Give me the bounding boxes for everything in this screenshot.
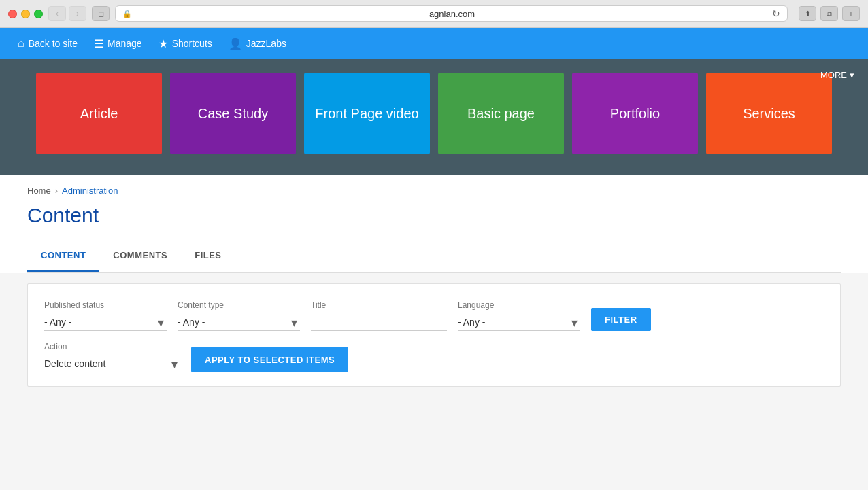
apply-button[interactable]: APPLY TO SELECTED ITEMS — [191, 347, 348, 372]
action-field: Action Delete content Publish Unpublish … — [44, 342, 180, 372]
menu-icon: ☰ — [94, 37, 103, 50]
more-button[interactable]: MORE ▾ — [820, 70, 854, 80]
share-button[interactable]: ⬆ — [799, 6, 816, 21]
manage-item[interactable]: ☰ Manage — [87, 33, 149, 54]
address-bar[interactable]: 🔒 agnian.com ↻ — [115, 5, 788, 22]
new-tab-button[interactable]: + — [842, 6, 860, 21]
more-label: MORE — [820, 70, 847, 80]
language-field: Language - Any - English French ▾ — [458, 300, 580, 331]
tab-comments[interactable]: COMMENTS — [99, 241, 181, 272]
user-label: JazzLabs — [246, 38, 286, 49]
url-text: agnian.com — [136, 9, 768, 19]
content-type-article[interactable]: Article — [36, 73, 162, 154]
action-label: Action — [44, 342, 180, 351]
tabs: CONTENT COMMENTS FILES — [27, 241, 841, 273]
user-icon: 👤 — [229, 37, 242, 50]
user-item[interactable]: 👤 JazzLabs — [222, 33, 293, 54]
filter-row-1: Published status - Any - Published Unpub… — [44, 300, 824, 331]
close-button[interactable] — [8, 10, 17, 18]
manage-label: Manage — [107, 38, 142, 49]
breadcrumb-section: Home › Administration Content — [0, 175, 868, 241]
published-status-field: Published status - Any - Published Unpub… — [44, 300, 167, 331]
hero-section: MORE ▾ ArticleCase StudyFront Page video… — [0, 59, 868, 175]
star-icon: ★ — [158, 37, 168, 50]
published-status-label: Published status — [44, 300, 167, 310]
content-type-services[interactable]: Services — [706, 73, 832, 154]
window-mode-button[interactable]: ◻ — [92, 6, 110, 21]
content-type-select[interactable]: - Any - Article Case Study Front Page vi… — [178, 314, 300, 331]
tab-content[interactable]: CONTENT — [27, 241, 99, 272]
shortcuts-item[interactable]: ★ Shortcuts — [152, 33, 219, 54]
language-wrap: - Any - English French ▾ — [458, 314, 580, 331]
content-type-wrap: - Any - Article Case Study Front Page vi… — [178, 314, 300, 331]
content-type-basic-page[interactable]: Basic page — [438, 73, 564, 154]
action-row: Action Delete content Publish Unpublish … — [44, 342, 824, 372]
home-icon: ⌂ — [18, 37, 24, 50]
browser-actions: ⬆ ⧉ + — [799, 6, 860, 21]
lock-icon: 🔒 — [122, 10, 132, 18]
page-title: Content — [27, 196, 841, 241]
browser-chrome: ‹ › ◻ 🔒 agnian.com ↻ ⬆ ⧉ + — [0, 0, 868, 28]
title-input[interactable] — [311, 314, 447, 331]
minimize-button[interactable] — [21, 10, 30, 18]
maximize-button[interactable] — [34, 10, 43, 18]
published-status-wrap: - Any - Published Unpublished ▾ — [44, 314, 167, 331]
chevron-down-icon: ▾ — [850, 70, 854, 80]
tab-files[interactable]: FILES — [181, 241, 235, 272]
action-select[interactable]: Delete content Publish Unpublish — [44, 355, 167, 372]
content-type-case-study[interactable]: Case Study — [170, 73, 296, 154]
content-type-label: Content type — [178, 300, 300, 310]
main-content: CONTENT COMMENTS FILES — [0, 241, 868, 273]
back-to-site-item[interactable]: ⌂ Back to site — [11, 33, 84, 54]
filter-area: Published status - Any - Published Unpub… — [27, 283, 841, 387]
breadcrumb-admin[interactable]: Administration — [62, 186, 118, 196]
content-type-field: Content type - Any - Article Case Study … — [178, 300, 300, 331]
title-field: Title — [311, 300, 447, 331]
tabs-button[interactable]: ⧉ — [820, 6, 838, 21]
content-type-front-page-video[interactable]: Front Page video — [304, 73, 430, 154]
breadcrumb-home: Home — [27, 186, 51, 196]
breadcrumb-separator: › — [55, 186, 58, 196]
reload-button[interactable]: ↻ — [772, 8, 780, 19]
filter-button[interactable]: FILTER — [591, 308, 651, 331]
published-status-select[interactable]: - Any - Published Unpublished — [44, 314, 167, 331]
content-type-portfolio[interactable]: Portfolio — [572, 73, 698, 154]
content-type-grid: ArticleCase StudyFront Page videoBasic p… — [27, 73, 841, 154]
chevron-down-icon: ▾ — [171, 357, 178, 372]
language-label: Language — [458, 300, 580, 310]
forward-button[interactable]: › — [69, 6, 86, 21]
back-to-site-label: Back to site — [29, 38, 78, 49]
traffic-lights — [8, 10, 43, 18]
shortcuts-label: Shortcuts — [172, 38, 212, 49]
nav-buttons: ‹ › — [48, 6, 86, 21]
breadcrumb: Home › Administration — [27, 186, 841, 196]
language-select[interactable]: - Any - English French — [458, 314, 580, 331]
admin-toolbar: ⌂ Back to site ☰ Manage ★ Shortcuts 👤 Ja… — [0, 28, 868, 59]
back-button[interactable]: ‹ — [48, 6, 66, 21]
title-label: Title — [311, 300, 447, 310]
action-select-wrap: Delete content Publish Unpublish ▾ — [44, 355, 180, 372]
